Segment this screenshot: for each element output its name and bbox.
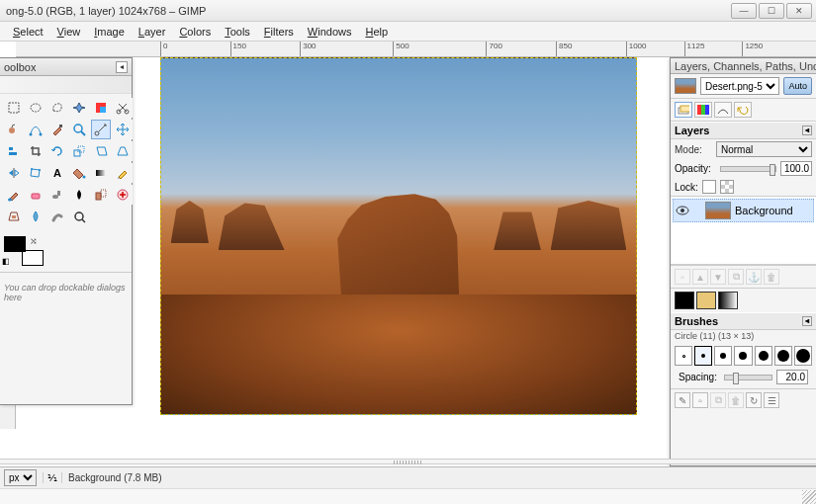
anchor-layer-button[interactable]: ⚓ (746, 269, 762, 285)
new-brush-button[interactable]: ▫ (692, 392, 708, 408)
tool-rect-select[interactable] (4, 98, 24, 118)
tool-perspective-clone[interactable] (4, 207, 24, 226)
bg-color-swatch[interactable] (22, 250, 44, 266)
color-fg-bg[interactable]: ⤭ ◧ (4, 236, 44, 266)
tool-heal[interactable] (113, 185, 133, 205)
tool-color-picker[interactable] (47, 120, 67, 139)
tool-ink[interactable] (69, 185, 89, 205)
brush-size-14[interactable] (794, 346, 812, 366)
splitter-handle[interactable] (0, 459, 816, 464)
layer-item-background[interactable]: Background (673, 199, 814, 222)
zoom-indicator[interactable]: ⅟₁ (43, 472, 62, 483)
opacity-value[interactable] (780, 161, 812, 176)
auto-button[interactable]: Auto (783, 77, 812, 95)
menu-view[interactable]: View (50, 24, 88, 40)
tool-perspective[interactable] (113, 141, 133, 161)
lock-alpha-toggle[interactable] (720, 180, 734, 194)
menu-layer[interactable]: Layer (132, 24, 173, 40)
tool-cage[interactable] (26, 163, 45, 183)
tool-blend[interactable] (91, 163, 111, 183)
ruler-tick: 850 (556, 42, 572, 57)
tab-layers[interactable] (675, 102, 692, 118)
brush-size-10[interactable] (755, 346, 772, 366)
opacity-slider[interactable] (720, 166, 776, 172)
menu-windows[interactable]: Windows (301, 24, 359, 40)
tool-flip[interactable] (4, 163, 24, 183)
image-selector[interactable]: Desert.png-5 (700, 77, 779, 95)
menu-filters[interactable]: Filters (257, 24, 301, 40)
menu-tools[interactable]: Tools (218, 24, 257, 40)
menu-image[interactable]: Image (87, 24, 132, 40)
swatch-tan[interactable] (696, 292, 716, 309)
blend-mode-select[interactable]: Normal (716, 141, 812, 157)
raise-layer-button[interactable]: ▲ (692, 269, 708, 285)
tool-scissors[interactable] (113, 98, 133, 118)
delete-layer-button[interactable]: 🗑 (764, 269, 779, 285)
tool-text[interactable]: A (47, 163, 67, 183)
default-colors-icon[interactable]: ◧ (2, 257, 10, 266)
brush-subtitle: Circle (11) (13 × 13) (671, 330, 816, 342)
layers-panel-menu-icon[interactable]: ◂ (802, 126, 812, 135)
eye-icon[interactable] (676, 206, 689, 215)
tool-smudge[interactable] (47, 207, 67, 226)
tool-clone[interactable] (91, 185, 111, 205)
brush-size-12[interactable] (774, 346, 792, 366)
tool-shear[interactable] (91, 141, 111, 161)
brush-size-4[interactable] (694, 346, 712, 366)
tool-scale[interactable] (69, 141, 89, 161)
tool-bucket-fill[interactable] (69, 163, 89, 183)
tab-channels[interactable] (694, 102, 712, 118)
swap-colors-icon[interactable]: ⤭ (30, 236, 38, 246)
tool-pencil[interactable] (113, 163, 133, 183)
tool-paintbrush[interactable] (4, 185, 24, 205)
tool-rotate[interactable] (47, 141, 67, 161)
tool-paths[interactable] (26, 120, 45, 139)
duplicate-brush-button[interactable]: ⧉ (710, 392, 726, 408)
tool-fuzzy-select[interactable] (69, 98, 89, 118)
tool-zoom[interactable] (69, 120, 89, 139)
close-button[interactable]: ✕ (786, 3, 812, 19)
tool-free-select[interactable] (47, 98, 67, 118)
maximize-button[interactable]: ☐ (759, 3, 784, 19)
tool-blur[interactable] (26, 207, 45, 226)
swatch-gradient[interactable] (718, 292, 738, 309)
fg-color-swatch[interactable] (4, 236, 26, 252)
spacing-value[interactable] (776, 370, 808, 384)
brushes-panel-menu-icon[interactable]: ◂ (802, 316, 812, 326)
menu-help[interactable]: Help (358, 24, 395, 40)
resize-grip[interactable] (802, 490, 816, 504)
tool-airbrush[interactable] (47, 185, 67, 205)
refresh-brush-button[interactable]: ↻ (746, 392, 762, 408)
toolbox-titlebar[interactable]: oolbox ◂ (0, 58, 132, 76)
unit-selector[interactable]: px (4, 469, 37, 486)
minimize-button[interactable]: — (731, 3, 757, 19)
tool-dodge[interactable] (69, 207, 89, 226)
dock-titlebar[interactable]: Layers, Channels, Paths, Undo - B… ▸ (671, 58, 816, 74)
tool-move[interactable] (113, 120, 133, 139)
tab-undo[interactable] (734, 102, 752, 118)
new-layer-button[interactable]: ▫ (675, 269, 690, 285)
toolbox-menu-icon[interactable]: ◂ (116, 61, 128, 73)
tool-by-color-select[interactable] (91, 98, 111, 118)
tool-align[interactable] (4, 141, 24, 161)
tool-eraser[interactable] (26, 185, 45, 205)
duplicate-layer-button[interactable]: ⧉ (728, 269, 744, 285)
lower-layer-button[interactable]: ▼ (710, 269, 726, 285)
tool-foreground-select[interactable] (4, 120, 24, 139)
spacing-slider[interactable] (724, 375, 772, 380)
edit-brush-button[interactable]: ✎ (675, 392, 690, 408)
open-brush-button[interactable]: ☰ (764, 392, 779, 408)
tool-measure[interactable] (91, 120, 111, 139)
brush-size-2[interactable] (675, 346, 692, 366)
brush-size-6[interactable] (714, 346, 732, 366)
lock-pixels-toggle[interactable] (702, 180, 716, 194)
tool-ellipse-select[interactable] (26, 98, 45, 118)
brush-size-8[interactable] (734, 346, 752, 366)
image-canvas[interactable] (160, 57, 637, 415)
menu-select[interactable]: Select (6, 24, 50, 40)
delete-brush-button[interactable]: 🗑 (728, 392, 744, 408)
tool-crop[interactable] (26, 141, 45, 161)
swatch-black[interactable] (675, 292, 694, 309)
tab-paths[interactable] (714, 102, 732, 118)
menu-colors[interactable]: Colors (172, 24, 218, 40)
